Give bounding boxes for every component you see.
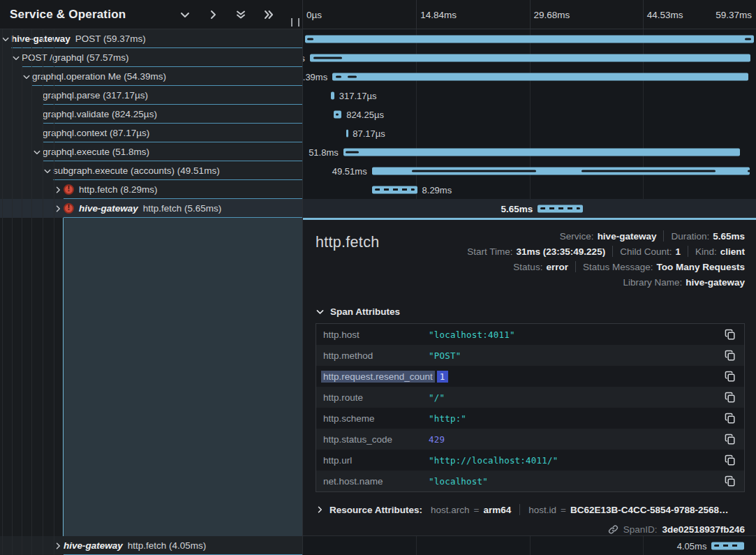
copy-icon[interactable] [722,371,736,382]
attribute-row: http.host"localhost:4011" [316,324,744,345]
span-row-content[interactable]: POST /graphql (57.57ms) [22,48,302,67]
ruler-tick-label: 29.68ms [534,9,570,20]
span-tree-row[interactable]: hive-gatewayhttp.fetch (4.05ms) [0,536,302,555]
resource-attribute-value: arm64 [483,505,511,515]
span-tree-row[interactable]: graphql.context (87.17µs) [0,124,302,142]
chevron-down-icon[interactable] [12,54,20,62]
chevron-down-icon[interactable] [33,148,41,156]
span-duration-bar[interactable] [332,73,748,80]
meta-group: Child Count:1 [612,246,688,257]
span-tree-row[interactable]: graphql.execute (51.8ms) [0,142,302,161]
span-tree-bottom-row: hive-gatewayhttp.fetch (4.05ms) [0,536,302,555]
child-span-mark [307,38,313,40]
span-detail-panel: http.fetch Service:hive-gatewayDuration:… [303,218,756,536]
span-row-content[interactable]: !hive-gatewayhttp.fetch (5.65ms) [64,199,302,218]
copy-icon[interactable] [722,350,736,361]
double-chevron-down-icon[interactable] [235,9,246,20]
operation-label: http.fetch (8.29ms) [79,184,158,195]
span-duration-bar[interactable] [538,205,583,212]
span-tree-row[interactable]: !http.fetch (8.29ms) [0,180,302,199]
chevron-down-icon[interactable] [179,9,191,20]
span-tree-row[interactable]: graphql.validate (824.25µs) [0,105,302,124]
meta-row: Start Time:31ms (23:35:49.225)Child Coun… [460,244,745,259]
span-tree-row[interactable]: !hive-gatewayhttp.fetch (5.65ms) [0,199,302,218]
span-tree-panel: hive-gatewayPOST (59.37ms)POST /graphql … [0,29,303,555]
chevron-down-icon[interactable] [1,35,10,43]
copy-icon[interactable] [722,434,736,445]
operation-label: graphql.validate (824.25µs) [43,109,157,119]
span-tree-row[interactable]: subgraph.execute (accounts) (49.51ms) [0,161,302,180]
resource-attribute-item: host.id=BC62E13B-C4CC-5854-9788-2568… [519,504,736,515]
span-duration-bar[interactable] [331,91,334,99]
span-row-content[interactable]: graphql.validate (824.25µs) [43,105,302,124]
chevron-right-icon[interactable] [54,205,62,213]
span-tree-rows: hive-gatewayPOST (59.37ms)POST /graphql … [0,29,302,218]
span-duration-bar[interactable] [310,54,750,61]
span-row-content[interactable]: hive-gatewayPOST (59.37ms) [11,29,302,48]
child-span-mark [336,75,341,77]
timeline-row: 824.25µs [303,105,756,124]
chevron-right-icon[interactable] [207,9,218,20]
span-tree-row[interactable]: graphql.operation Me (54.39ms) [0,67,302,86]
span-duration-label: 57.57ms [303,52,305,63]
copy-icon[interactable] [722,475,736,487]
attribute-row: http.request.resend_count1 [316,366,744,387]
operation-label: graphql.execute (51.8ms) [43,147,149,157]
span-meta: Service:hive-gatewayDuration:5.65msStart… [460,228,745,290]
resource-attribute-value: BC62E13B-C4CC-5854-9788-2568… [570,505,729,515]
double-chevron-right-icon[interactable] [263,9,274,20]
attribute-value: "localhost:4011" [429,330,722,340]
attribute-key: http.request.resend_count [323,371,440,382]
panel-resize-handle-icon[interactable] [291,18,299,27]
resource-attributes-row[interactable]: Resource Attributes: host.arch=arm64host… [316,501,745,518]
span-tree-row[interactable]: hive-gatewayPOST (59.37ms) [0,29,302,48]
copy-icon[interactable] [722,392,736,403]
meta-group: Kind:client [688,246,745,257]
chevron-right-icon[interactable] [54,186,62,194]
child-span-mark [581,170,715,172]
meta-value: Too Many Requests [656,262,745,272]
span-duration-bar[interactable] [343,148,741,156]
attribute-value: "POST" [429,350,722,361]
attribute-value: 429 [429,434,722,445]
meta-label: Status: [513,262,542,272]
span-row-content[interactable]: graphql.context (87.17µs) [43,124,302,142]
resource-attributes-items: host.arch=arm64host.id=BC62E13B-C4CC-585… [422,504,737,515]
ruler-tick-label: 0µs [306,9,322,20]
span-row-content[interactable]: !http.fetch (8.29ms) [64,180,302,199]
chevron-down-icon[interactable] [22,73,31,81]
span-duration-bar[interactable] [346,129,348,137]
span-id-label: SpanID: [623,524,658,535]
meta-value: hive-gateway [685,277,745,288]
span-row-content[interactable]: graphql.operation Me (54.39ms) [32,67,302,86]
span-row-content[interactable]: graphql.execute (51.8ms) [43,142,302,161]
copy-icon[interactable] [722,413,736,424]
span-duration-label: 54.39ms [303,71,327,82]
attribute-row: http.scheme"http:" [316,408,744,429]
span-duration-bar[interactable] [372,186,417,193]
span-attributes-table: http.host"localhost:4011"http.method"POS… [316,323,745,492]
span-duration-bar[interactable] [711,542,744,549]
copy-icon[interactable] [722,454,736,466]
span-row-content[interactable]: hive-gatewayhttp.fetch (4.05ms) [64,536,302,555]
meta-value: 31ms (23:35:49.225) [517,246,606,257]
span-row-content[interactable]: subgraph.execute (accounts) (49.51ms) [53,161,302,180]
copy-icon[interactable] [722,329,736,340]
span-duration-label: 5.65ms [501,203,533,214]
span-duration-bar[interactable] [305,35,755,43]
chevron-down-icon[interactable] [43,167,52,175]
span-tree-row[interactable]: POST /graphql (57.57ms) [0,48,302,67]
operation-label: POST /graphql (57.57ms) [22,52,129,63]
chevron-right-icon[interactable] [54,542,62,550]
meta-value: 1 [675,246,681,257]
operation-label: http.fetch (5.65ms) [143,203,222,214]
attribute-key: http.method [323,350,429,361]
meta-label: Start Time: [467,246,512,257]
child-span-mark [336,113,339,115]
span-tree-row[interactable]: graphql.parse (317.17µs) [0,86,302,105]
span-attributes-header[interactable]: Span Attributes [316,306,745,317]
span-row-content[interactable]: graphql.parse (317.17µs) [43,86,302,105]
ruler-tick-label: 59.37ms [716,9,752,20]
tree-panel-header: Service & Operation [0,0,303,29]
timeline-row: 49.51ms [303,161,756,180]
